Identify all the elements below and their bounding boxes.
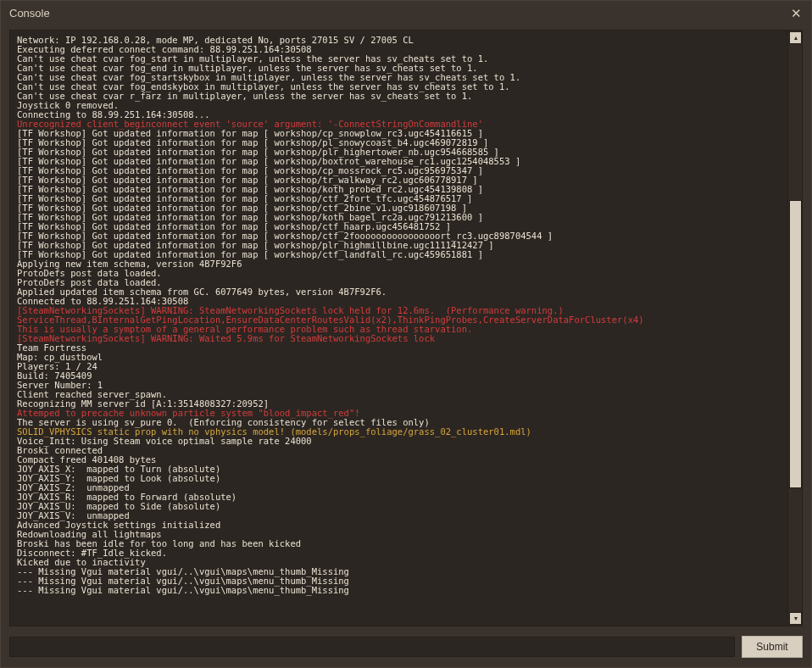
log-line: Build: 7405409 bbox=[17, 371, 781, 381]
log-line: Players: 1 / 24 bbox=[17, 362, 781, 371]
titlebar: Console ✕ bbox=[1, 1, 811, 25]
scroll-down-icon[interactable]: ▾ bbox=[789, 612, 802, 625]
log-line: --- Missing Vgui material vgui/..\vgui\m… bbox=[17, 586, 781, 595]
close-icon[interactable]: ✕ bbox=[789, 6, 803, 21]
command-input[interactable] bbox=[9, 637, 735, 657]
scrollbar[interactable]: ▴ ▾ bbox=[787, 31, 802, 626]
log-line: Map: cp_dustbowl bbox=[17, 353, 781, 362]
log-line: Can't use cheat cvar r_farz in multiplay… bbox=[17, 92, 781, 101]
window-title: Console bbox=[9, 7, 50, 19]
submit-button[interactable]: Submit bbox=[742, 636, 803, 658]
log-line: Team Fortress bbox=[17, 343, 781, 353]
log-output[interactable]: Network: IP 192.168.0.28, mode MP, dedic… bbox=[10, 31, 787, 626]
scroll-up-icon[interactable]: ▴ bbox=[789, 31, 802, 44]
log-line: JOY_AXIS_Y: mapped to Look (absolute) bbox=[17, 474, 781, 483]
log-line: [SteamNetworkingSockets] WARNING: Waited… bbox=[17, 334, 781, 343]
log-line: JOY_AXIS_U: mapped to Side (absolute) bbox=[17, 502, 781, 511]
console-window: Console ✕ Network: IP 192.168.0.28, mode… bbox=[0, 0, 812, 668]
scroll-thumb[interactable] bbox=[789, 200, 802, 488]
log-container: Network: IP 192.168.0.28, mode MP, dedic… bbox=[9, 30, 803, 626]
bottombar: Submit bbox=[1, 633, 811, 667]
log-line: Voice_Init: Using Steam voice optimal sa… bbox=[17, 437, 781, 446]
